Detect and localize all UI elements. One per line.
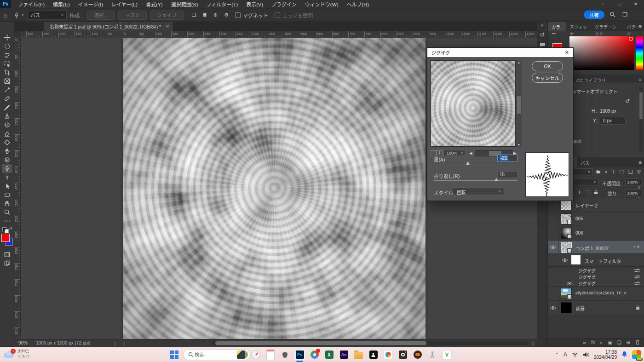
make-shape-button[interactable]: シェイプ	[150, 11, 184, 20]
taskbar-icon-blender[interactable]	[412, 350, 423, 360]
expand-panels-icon[interactable]: «	[537, 23, 547, 28]
layer-thumbnail[interactable]	[561, 302, 572, 313]
smart-filter-label[interactable]: スマートフィルター	[585, 258, 626, 264]
filter-adjustment-layers-icon[interactable]: ◐	[605, 169, 608, 175]
taskbar-icon-excel[interactable]: X	[324, 350, 334, 360]
layer-name[interactable]: 背景	[575, 305, 585, 312]
path-selection-tool[interactable]	[2, 182, 12, 190]
search-icon[interactable]	[610, 11, 615, 18]
taskbar-icon-chrome[interactable]	[309, 350, 320, 360]
menu-item-8[interactable]: プラグイン	[267, 0, 301, 9]
menu-item-3[interactable]: レイヤー(L)	[107, 0, 142, 9]
speaker-icon[interactable]	[583, 352, 589, 357]
layer-name[interactable]: elly20160701425018_TP_V	[575, 291, 627, 295]
amount-slider[interactable]	[433, 162, 518, 166]
weather-widget[interactable]: 1 22°C くもり	[4, 349, 30, 359]
layer-thumbnail[interactable]: ❏	[561, 228, 572, 239]
magnet-checkbox[interactable]: マグネット	[235, 11, 268, 19]
lock-all-icon[interactable]	[594, 190, 598, 195]
panel-menu-icon[interactable]: ≡	[639, 23, 642, 29]
color-panel-tab-2[interactable]: グラデーション	[591, 21, 623, 31]
menu-item-1[interactable]: 編集(E)	[49, 0, 74, 9]
workspace-switcher-icon[interactable]: ❐	[622, 11, 627, 18]
foreground-color-swatch[interactable]	[1, 234, 10, 242]
color-field-marker[interactable]	[629, 37, 633, 41]
layer-row[interactable]: 背景	[548, 301, 644, 315]
taskbar-icon-after-effects[interactable]: Ae	[339, 350, 349, 360]
taskbar-icon-shield[interactable]	[280, 350, 290, 360]
curvature-pen-tool[interactable]	[2, 164, 12, 173]
document-close-icon[interactable]: ✕	[166, 24, 169, 29]
y-field[interactable]: Y : 0 px	[593, 117, 626, 125]
zoom-tool[interactable]	[2, 208, 12, 217]
layer-name[interactable]: レイヤー 2	[575, 202, 598, 209]
taskbar-clock[interactable]: 17:38 2024/04/29	[594, 350, 617, 360]
type-tool[interactable]: T	[2, 173, 12, 182]
filter-smart-objects-icon[interactable]: ❏	[628, 169, 633, 175]
home-icon[interactable]: ⌂	[3, 11, 7, 19]
pen-options-gear-icon[interactable]: ⚙	[224, 12, 229, 18]
gradient-tool[interactable]	[2, 138, 12, 147]
shape-tool[interactable]	[2, 190, 12, 199]
history-brush-tool[interactable]	[2, 121, 12, 129]
adjustment-layer-icon[interactable]: ◐	[600, 340, 603, 345]
color-panel-tab-0[interactable]: カラー	[548, 21, 566, 31]
preview-zoom-select[interactable]: 100%∨	[443, 150, 466, 156]
close-button[interactable]: ✕	[627, 0, 644, 8]
status-next-icon[interactable]: 〉	[114, 340, 119, 347]
menu-item-9[interactable]: ウィンドウ(W)	[301, 0, 343, 9]
eyedropper-tool[interactable]	[2, 86, 12, 94]
horizontal-ruler[interactable]: 3002502001501005005010015020025030035040…	[14, 31, 537, 38]
current-tool-icon[interactable]: ∨	[13, 12, 24, 18]
menu-item-2[interactable]: イメージ(I)	[74, 0, 107, 9]
layer-thumbnail[interactable]: ❏	[561, 213, 572, 224]
layer-name[interactable]: 006	[575, 230, 583, 236]
layer-name[interactable]: コンポ 1_00022	[575, 245, 609, 252]
scroll-right-icon[interactable]: 〉	[532, 340, 536, 347]
preview-scrollbar-thumb[interactable]	[517, 96, 521, 114]
filter-shape-layers-icon[interactable]: ⬚	[619, 169, 624, 175]
y-value[interactable]: 0 px	[600, 117, 626, 125]
layer-row[interactable]: ❏ 005	[548, 212, 644, 226]
visibility-toggle[interactable]	[548, 301, 558, 315]
filter-blend-options-icon[interactable]	[634, 268, 640, 272]
color-panel-tab-1[interactable]: スウォッチ	[566, 21, 591, 31]
filter-name[interactable]: ジグザグ	[578, 280, 596, 287]
path-alignment-icon[interactable]: ≣	[203, 12, 207, 18]
smart-filter-indicator-icon[interactable]: ◔˄	[632, 244, 641, 249]
start-button[interactable]	[170, 351, 178, 359]
taskbar-icon-lab-app[interactable]	[427, 350, 437, 360]
opacity-value[interactable]: 100%∨	[625, 178, 643, 185]
lasso-tool[interactable]	[2, 51, 12, 59]
share-button[interactable]: 共有	[584, 11, 604, 19]
tool-mode-select[interactable]: パス ∨	[27, 11, 67, 20]
dialog-close-icon[interactable]: ✕	[565, 50, 569, 56]
menu-item-5[interactable]: 選択範囲(S)	[167, 0, 202, 9]
visibility-toggle[interactable]	[548, 226, 558, 240]
filter-blend-options-icon[interactable]	[634, 275, 640, 278]
copilot-icon[interactable]: PRE	[632, 350, 641, 359]
visibility-toggle[interactable]	[548, 241, 558, 253]
layer-row[interactable]: ❏ 006	[548, 226, 644, 241]
path-operations-icon[interactable]: ❏	[192, 12, 196, 18]
foreground-background-swatches[interactable]	[1, 234, 13, 247]
menu-item-10[interactable]: ヘルプ(H)	[343, 0, 373, 9]
delete-layer-icon[interactable]	[635, 339, 640, 346]
ridges-slider-thumb[interactable]	[494, 178, 498, 181]
notification-bell-icon[interactable]	[621, 351, 627, 359]
reset-icon[interactable]: ↺	[625, 98, 630, 104]
new-group-icon[interactable]: ❏	[617, 340, 621, 345]
filter-toggle-pin-icon[interactable]: ⚲	[637, 169, 641, 175]
taskbar-icon-explorer[interactable]	[353, 350, 364, 360]
horizontal-scrollbar[interactable]	[212, 341, 529, 345]
smart-filter-row[interactable]: スマートフィルター	[548, 254, 644, 267]
scroll-down-icon[interactable]: ▼	[516, 143, 522, 146]
filter-name[interactable]: ジグザグ	[578, 274, 596, 280]
filter-row[interactable]: ジグザグ	[548, 280, 644, 287]
filter-preview[interactable]	[431, 60, 516, 147]
tray-overflow-icon[interactable]: ⌃	[555, 352, 559, 357]
minimize-button[interactable]: ─	[594, 0, 611, 8]
make-selection-button[interactable]: 選択...	[87, 11, 115, 20]
scroll-up-icon[interactable]: ▲	[516, 61, 522, 64]
object-selection-tool[interactable]	[2, 59, 12, 68]
